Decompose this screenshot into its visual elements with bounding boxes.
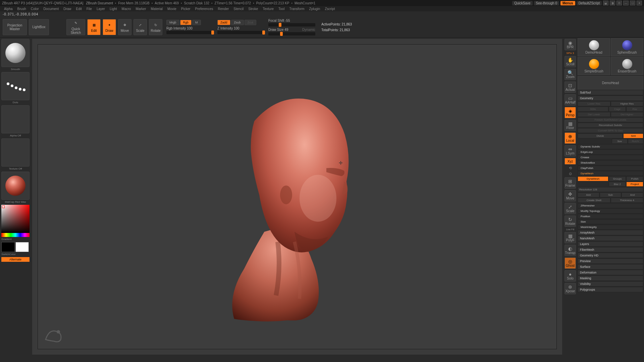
zadd-button[interactable]: Zadd — [217, 20, 230, 25]
maximize-button[interactable]: ☐ — [630, 1, 635, 5]
menu-color[interactable]: Color — [29, 7, 41, 11]
reconstruct-subdiv-button[interactable]: Reconstruct Subdiv — [578, 123, 643, 128]
move-camera-button[interactable]: ✥Move — [565, 190, 576, 201]
actual-button[interactable]: ⊡Actual — [565, 81, 576, 93]
polish-button[interactable]: Polish — [626, 176, 643, 181]
linefill-label[interactable]: Line Fill — [566, 228, 574, 231]
gradient-label[interactable]: Gradient — [1, 238, 30, 241]
lightbox-button[interactable]: LightBox — [29, 19, 49, 35]
menus-button[interactable]: Menus — [560, 1, 575, 5]
zcut-button[interactable]: Zcut — [245, 20, 257, 25]
menu-file[interactable]: File — [85, 7, 94, 11]
menu-alpha[interactable]: Alpha — [2, 7, 15, 11]
project-button[interactable]: Project — [626, 182, 643, 187]
tool-thumb-simple[interactable]: SimpleBrush — [578, 57, 610, 75]
and-button[interactable]: And — [622, 192, 643, 197]
menu-transform[interactable]: Transform — [287, 7, 306, 11]
tool-current[interactable]: DemoHead — [578, 76, 643, 89]
menu-stencil[interactable]: Stencil — [231, 7, 246, 11]
scale-mode-button[interactable]: ⤢Scale — [133, 19, 147, 35]
rgb-intensity-slider[interactable]: Rgb Intensity 100 — [166, 26, 213, 34]
section-meshintegrity[interactable]: MeshIntegrity — [578, 225, 643, 230]
section-position[interactable]: Position — [578, 214, 643, 219]
draw-size-slider[interactable]: Draw Size 49Dynamic — [268, 28, 315, 36]
rgb-button[interactable]: Rgb — [180, 20, 192, 25]
quicksave-button[interactable]: QuickSave — [512, 1, 532, 5]
smt-button[interactable]: Smt — [623, 133, 643, 138]
tool-thumb-eraser[interactable]: EraserBrush — [611, 57, 643, 75]
ruv2-button[interactable]: RuUV — [628, 139, 643, 144]
higher-res-button[interactable]: Higher Res — [611, 101, 644, 106]
zsub-button[interactable]: Zsub — [231, 20, 244, 25]
menu-zplugin[interactable]: Zplugin — [307, 7, 322, 11]
menu-stroke[interactable]: Stroke — [246, 7, 260, 11]
menu-texture[interactable]: Texture — [261, 7, 276, 11]
xpose-button[interactable]: ⊛Xpose — [565, 283, 576, 294]
section-dynamesh[interactable]: DynaMesh — [578, 171, 643, 176]
sdiv-slider[interactable]: SDiv — [578, 107, 608, 112]
quicksketch-button[interactable]: ✎Quick Sketch — [66, 19, 85, 35]
section-modify-topology[interactable]: Modify Topology — [578, 208, 643, 214]
window-button-1[interactable]: ⬓ — [603, 1, 608, 5]
blur-slider[interactable]: Blur 2 — [609, 182, 626, 187]
stroke-selector[interactable] — [1, 72, 30, 100]
spix-label[interactable]: SPix 3 — [566, 52, 574, 55]
section-masking[interactable]: Masking — [578, 276, 643, 281]
persp-button[interactable]: ◈Persp — [565, 107, 576, 118]
section-deformation[interactable]: Deformation — [578, 270, 643, 275]
section-nanomesh[interactable]: NanoMesh — [578, 236, 643, 241]
alternate-button[interactable]: Alternate — [1, 257, 30, 262]
swatch-black[interactable] — [1, 242, 15, 252]
canvas-area[interactable]: ✛ — [32, 39, 562, 355]
create-shell-button[interactable]: Create Shell — [578, 198, 610, 203]
add-button[interactable]: Add — [578, 192, 599, 197]
section-layers[interactable]: Layers — [578, 241, 643, 247]
lower-res-button[interactable]: Lower Res — [578, 101, 610, 106]
section-edgeloop[interactable]: EdgeLoop — [578, 149, 643, 155]
edit-mode-button[interactable]: ▦Edit — [87, 19, 101, 35]
menu-tool[interactable]: Tool — [276, 7, 286, 11]
document-canvas[interactable]: ✛ — [38, 44, 557, 349]
del-higher-button[interactable]: Del Higher — [611, 112, 644, 117]
menu-light[interactable]: Light — [108, 7, 119, 11]
scroll-button[interactable]: ✋Scroll — [565, 56, 576, 67]
section-surface[interactable]: Surface — [578, 264, 643, 269]
section-arraymesh[interactable]: ArrayMesh — [578, 230, 643, 235]
focal-shift-slider[interactable]: Focal Shift -55 — [268, 19, 315, 26]
section-fibermesh[interactable]: FiberMesh — [578, 247, 643, 252]
groups-button[interactable]: Groups — [609, 176, 626, 181]
divide-button[interactable]: Divide — [578, 133, 623, 138]
section-shadowbox[interactable]: ShadowBox — [578, 160, 643, 165]
projection-master-button[interactable]: Projection Master — [3, 19, 27, 35]
dynamesh-button[interactable]: DynaMesh — [578, 176, 608, 181]
window-button-2[interactable]: ◨ — [610, 1, 615, 5]
swatch-white[interactable] — [15, 242, 29, 252]
menu-edit[interactable]: Edit — [74, 7, 84, 11]
polyf-button[interactable]: ▦PolyF — [565, 232, 576, 243]
section-claypolish[interactable]: ClayPolish — [578, 166, 643, 171]
ruv-button[interactable]: Ruv — [626, 107, 643, 112]
section-dynamic-subdiv[interactable]: Dynamic Subdiv — [578, 144, 643, 149]
mrgb-button[interactable]: Mrgb — [166, 20, 179, 25]
move-mode-button[interactable]: ✥Move — [118, 19, 131, 35]
xyz-button[interactable]: Xyz — [565, 158, 576, 165]
frame-button[interactable]: ⊞Frame — [565, 177, 576, 189]
defaultzscript-button[interactable]: DefaultZScript — [577, 1, 602, 5]
resolution-slider[interactable]: Resolution 128 — [578, 187, 643, 192]
menu-movie[interactable]: Movie — [165, 7, 178, 11]
section-visibility[interactable]: Visibility — [578, 281, 643, 287]
rotate-camera-button[interactable]: ↻Rotate — [565, 216, 576, 227]
thickness-slider[interactable]: Thickness 4 — [611, 198, 644, 203]
z-intensity-slider[interactable]: Z Intensity 100 — [217, 26, 264, 34]
section-zremesher[interactable]: ZRemesher — [578, 203, 643, 208]
ghost-button[interactable]: ◎Ghost — [565, 257, 576, 269]
bpr-button[interactable]: ◉BPR — [565, 39, 576, 50]
section-crease[interactable]: Crease — [578, 155, 643, 160]
menu-layer[interactable]: Layer — [95, 7, 107, 11]
section-size[interactable]: Size — [578, 219, 643, 224]
transp-button[interactable]: ◐Transp — [565, 245, 576, 256]
menu-preferences[interactable]: Preferences — [193, 7, 215, 11]
draw-mode-button[interactable]: ✦Draw — [103, 19, 116, 35]
switchcolor-button[interactable]: SwitchColor — [1, 253, 30, 256]
section-preview[interactable]: Preview — [578, 258, 643, 264]
